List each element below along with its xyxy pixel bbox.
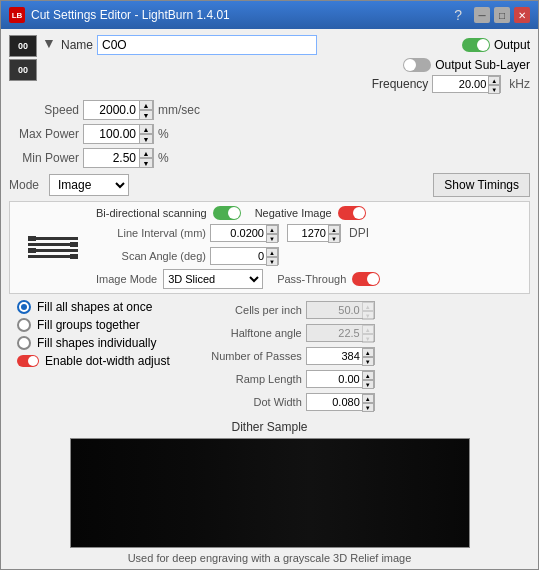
dot-width-down[interactable]: ▼ (362, 403, 374, 412)
neg-image-label: Negative Image (255, 207, 332, 219)
color-swatch-2[interactable]: 00 (9, 59, 37, 81)
min-power-input-group: ▲ ▼ (83, 148, 154, 168)
speed-input[interactable] (84, 101, 139, 119)
dpi-input[interactable] (288, 225, 328, 241)
mode-select[interactable]: Image Fill Line Offset Fill (49, 174, 129, 196)
dot-width-label: Dot Width (182, 396, 302, 408)
cells-per-inch-input-group: ▲ ▼ (306, 301, 375, 319)
name-row: Name Output Output Sub-Layer (61, 35, 530, 95)
color-swatch-1[interactable]: 00 (9, 35, 37, 57)
output-toggle[interactable] (462, 38, 490, 52)
output-label: Output (494, 38, 530, 52)
frequency-label: Frequency (372, 77, 429, 91)
scan-angle-up[interactable]: ▲ (266, 248, 278, 257)
window-controls: ? ─ □ ✕ (454, 7, 530, 23)
min-power-input[interactable] (84, 149, 139, 167)
image-mode-select[interactable]: 3D Sliced Threshold Ordered Dithering Ja… (163, 269, 263, 289)
speed-up[interactable]: ▲ (139, 100, 153, 110)
scan-angle-label: Scan Angle (deg) (96, 250, 206, 262)
cells-per-inch-spin: ▲ ▼ (362, 302, 374, 320)
dpi-down[interactable]: ▼ (328, 234, 340, 243)
content-area: 00 00 ▼ Name (1, 29, 538, 570)
scan-angle-down[interactable]: ▼ (266, 257, 278, 266)
speed-spin: ▲ ▼ (139, 100, 153, 120)
fill-section: Fill all shapes at once Fill groups toge… (9, 298, 530, 414)
halftone-angle-input (307, 325, 362, 341)
fill-groups-label: Fill groups together (37, 318, 140, 332)
line-interval-input[interactable] (211, 225, 266, 241)
dither-description: Used for deep engraving with a grayscale… (128, 552, 412, 564)
bi-dir-toggle[interactable] (213, 206, 241, 220)
minimize-button[interactable]: ─ (474, 7, 490, 23)
help-icon[interactable]: ? (454, 7, 462, 23)
title-bar: LB Cut Settings Editor - LightBurn 1.4.0… (1, 1, 538, 29)
fill-options-left: Fill all shapes at once Fill groups toge… (17, 300, 170, 412)
close-button[interactable]: ✕ (514, 7, 530, 23)
enable-dot-option: Enable dot-width adjust (17, 354, 170, 368)
scan-angle-input[interactable] (211, 248, 266, 264)
frequency-up[interactable]: ▲ (488, 76, 500, 85)
scan-angle-spin: ▲ ▼ (266, 248, 278, 266)
neg-image-toggle[interactable] (338, 206, 366, 220)
window-title: Cut Settings Editor - LightBurn 1.4.01 (31, 8, 454, 22)
max-power-up[interactable]: ▲ (139, 124, 153, 134)
enable-dot-toggle-knob (28, 356, 38, 366)
sublayer-label: Output Sub-Layer (435, 58, 530, 72)
min-power-up[interactable]: ▲ (139, 148, 153, 158)
fill-groups-radio[interactable] (17, 318, 31, 332)
top-row: 00 00 ▼ Name (9, 35, 530, 95)
min-power-row: Min Power ▲ ▼ % (9, 147, 530, 169)
enable-dot-toggle[interactable] (17, 355, 39, 367)
num-passes-down[interactable]: ▼ (362, 357, 374, 366)
line-interval-down[interactable]: ▼ (266, 234, 278, 243)
halftone-angle-up: ▲ (362, 325, 374, 334)
fill-individually-label: Fill shapes individually (37, 336, 156, 350)
ramp-length-up[interactable]: ▲ (362, 371, 374, 380)
speed-label: Speed (9, 103, 79, 117)
scan-line-2 (28, 243, 78, 246)
max-power-input[interactable] (84, 125, 139, 143)
dot-width-row: Dot Width ▲ ▼ (182, 392, 522, 412)
halftone-angle-input-group: ▲ ▼ (306, 324, 375, 342)
dither-section: Dither Sample Used fo (9, 418, 530, 566)
speed-row: Speed ▲ ▼ mm/sec (9, 99, 530, 121)
max-power-input-group: ▲ ▼ (83, 124, 154, 144)
name-input[interactable] (97, 35, 317, 55)
speed-down[interactable]: ▼ (139, 110, 153, 120)
min-power-label: Min Power (9, 151, 79, 165)
halftone-angle-down: ▼ (362, 334, 374, 343)
sublayer-toggle[interactable] (403, 58, 431, 72)
halftone-angle-spin: ▲ ▼ (362, 325, 374, 343)
fill-all-radio[interactable] (17, 300, 31, 314)
mode-row: Mode Image Fill Line Offset Fill Show Ti… (9, 173, 530, 197)
min-power-down[interactable]: ▼ (139, 158, 153, 168)
output-toggle-group: Output (462, 38, 530, 52)
line-interval-input-group: ▲ ▼ (210, 224, 279, 242)
image-mode-row: Image Mode 3D Sliced Threshold Ordered D… (96, 269, 521, 289)
dot-width-input[interactable] (307, 394, 362, 410)
maximize-button[interactable]: □ (494, 7, 510, 23)
pass-through-toggle[interactable] (352, 272, 380, 286)
max-power-down[interactable]: ▼ (139, 134, 153, 144)
swatch-arrow: ▼ (41, 35, 57, 51)
show-timings-button[interactable]: Show Timings (433, 173, 530, 197)
dpi-up[interactable]: ▲ (328, 225, 340, 234)
cells-per-inch-down: ▼ (362, 311, 374, 320)
dpi-unit: DPI (349, 226, 369, 240)
num-passes-input[interactable] (307, 348, 362, 364)
ramp-length-row: Ramp Length ▲ ▼ (182, 369, 522, 389)
fill-individually-radio[interactable] (17, 336, 31, 350)
frequency-down[interactable]: ▼ (488, 85, 500, 94)
ramp-length-down[interactable]: ▼ (362, 380, 374, 389)
line-interval-label: Line Interval (mm) (96, 227, 206, 239)
ramp-length-input[interactable] (307, 371, 362, 387)
dot-width-up[interactable]: ▲ (362, 394, 374, 403)
frequency-row: Frequency ▲ ▼ kHz (61, 75, 530, 93)
name-input-row: Name (61, 35, 317, 55)
frequency-input-group: ▲ ▼ (432, 75, 501, 93)
frequency-input[interactable] (433, 76, 488, 92)
mode-label: Mode (9, 178, 39, 192)
name-line: Name Output (61, 35, 530, 55)
num-passes-up[interactable]: ▲ (362, 348, 374, 357)
line-interval-up[interactable]: ▲ (266, 225, 278, 234)
